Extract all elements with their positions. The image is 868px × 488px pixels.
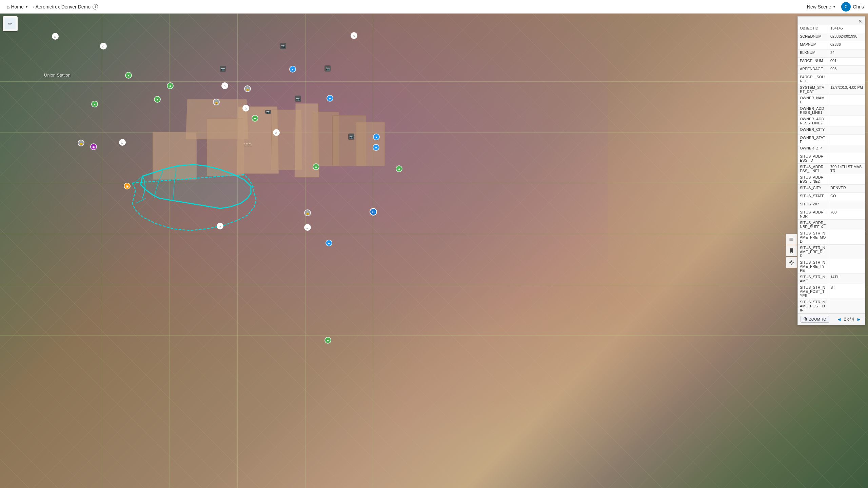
map-marker[interactable]: 🔒: [213, 99, 220, 105]
attr-key: OWNER_ZIP: [798, 145, 828, 153]
table-row: APPENDAGE 998: [798, 66, 865, 74]
camera-marker[interactable]: 📷: [220, 66, 226, 72]
attr-value: ST: [828, 284, 865, 299]
attr-key: SITUS_STR_NAME_POST_TYPE: [798, 284, 828, 299]
attr-value: [828, 135, 865, 145]
table-row: OWNER_CITY: [798, 126, 865, 135]
settings-icon-button[interactable]: [786, 257, 797, 268]
scene-info-icon[interactable]: ℹ: [93, 4, 98, 9]
attr-key: SCHEDNUM: [798, 33, 828, 41]
map-marker[interactable]: ⌂: [304, 224, 311, 231]
attr-value: [828, 259, 865, 273]
new-scene-button[interactable]: New Scene ▼: [807, 4, 836, 9]
attr-value: [828, 116, 865, 126]
next-page-button[interactable]: ►: [855, 316, 862, 323]
building-block: [153, 132, 197, 180]
attr-key: SITUS_ADDRESS_LINE1: [798, 164, 828, 174]
attributes-panel: ✕ OBJECTID 134145 SCHEDNUM 0233624001998…: [797, 16, 865, 325]
table-row: SITUS_ADDR_NBR 700: [798, 209, 865, 220]
home-label: Home: [11, 4, 23, 9]
attributes-table: OBJECTID 134145 SCHEDNUM 0233624001998 M…: [798, 25, 865, 313]
bookmark-icon-button[interactable]: [786, 245, 797, 256]
attr-value: [828, 174, 865, 184]
map-marker[interactable]: ●: [373, 144, 379, 151]
table-row: OWNER_ZIP: [798, 145, 865, 153]
map-marker[interactable]: ●: [373, 134, 380, 140]
home-dropdown-icon: ▼: [25, 5, 28, 8]
table-row: OWNER_ADDRESS_LINE2: [798, 116, 865, 126]
table-row: SYSTEM_START_DAT 12/7/2010, 4:00 PM: [798, 84, 865, 95]
edit-tool-button[interactable]: ✏: [5, 18, 16, 29]
new-scene-dropdown-icon: ▼: [832, 5, 836, 8]
user-avatar: C: [841, 2, 851, 12]
svg-rect-6: [789, 239, 793, 240]
attr-key: OWNER_ADDRESS_LINE2: [798, 116, 828, 126]
camera-marker[interactable]: 📷: [265, 110, 271, 114]
map-marker[interactable]: ◉: [90, 143, 97, 150]
table-row: SITUS_STR_NAME_POST_TYPE ST: [798, 284, 865, 299]
new-scene-label: New Scene: [807, 4, 831, 9]
attr-key: OBJECTID: [798, 25, 828, 33]
map-marker[interactable]: ●: [154, 96, 161, 103]
zoom-to-label: ZOOM TO: [809, 317, 826, 321]
table-row: SITUS_STR_NAME_PRE_TYPE: [798, 259, 865, 274]
prev-page-button[interactable]: ◄: [836, 316, 843, 323]
attr-value: [828, 74, 865, 84]
map-marker[interactable]: ●: [396, 165, 402, 172]
user-menu-button[interactable]: C Chris: [841, 2, 864, 12]
map-marker[interactable]: ⌂: [273, 129, 280, 136]
map-marker[interactable]: ●: [289, 66, 296, 73]
map-marker[interactable]: ●: [167, 82, 174, 89]
map-marker[interactable]: ●: [313, 163, 319, 170]
attr-key: SITUS_ADDR_NBR_SUFFIX: [798, 220, 828, 230]
attr-value: [828, 245, 865, 259]
map-marker[interactable]: ◉: [124, 183, 131, 189]
attr-key: PARCEL_SOURCE: [798, 74, 828, 84]
table-row: SITUS_STR_NAME_POST_DIR: [798, 299, 865, 313]
map-marker[interactable]: ●: [91, 101, 98, 107]
location-marker[interactable]: ⊙: [370, 208, 377, 216]
attr-value: [828, 201, 865, 209]
camera-marker[interactable]: 📷: [324, 65, 331, 72]
home-button[interactable]: ⌂ Home ▼: [4, 3, 31, 11]
attr-value: 12/7/2010, 4:00 PM: [828, 84, 865, 95]
map-marker[interactable]: ⌂: [100, 43, 107, 49]
table-row: SITUS_ADDRESS_LINE2: [798, 174, 865, 185]
camera-marker[interactable]: 📷: [295, 96, 301, 102]
layers-icon-button[interactable]: [786, 234, 797, 245]
camera-marker[interactable]: 📷: [348, 134, 354, 140]
attr-key: SYSTEM_START_DAT: [798, 84, 828, 95]
attr-value: 134145: [828, 25, 865, 33]
attr-value: 24: [828, 49, 865, 57]
map-marker[interactable]: ⌂: [119, 139, 126, 146]
map-marker[interactable]: ●: [326, 240, 332, 246]
close-panel-button[interactable]: ✕: [857, 18, 864, 25]
attr-value: 02336: [828, 41, 865, 49]
camera-marker[interactable]: 📷: [280, 43, 286, 49]
table-row: SCHEDNUM 0233624001998: [798, 33, 865, 41]
map-marker[interactable]: ●: [324, 337, 331, 344]
map-marker[interactable]: ⌂: [242, 105, 249, 111]
table-row: SITUS_ADDRESS_LINE1 700 14TH ST MAS TR: [798, 164, 865, 174]
topbar-right: New Scene ▼ C Chris: [807, 2, 864, 12]
page-indicator: 2 of 4: [844, 317, 854, 322]
map-marker[interactable]: ⌂: [217, 223, 223, 229]
map-marker[interactable]: ●: [327, 95, 333, 102]
attr-value: [828, 95, 865, 105]
map-marker[interactable]: 🔒: [244, 85, 251, 92]
map-container[interactable]: Union Station CBD ⌂ ⌂ ⌂ ⌂ ⌂ ⌂ ⌂ ⌂ ⌂ ● ● …: [0, 14, 868, 488]
attr-value: 14TH: [828, 274, 865, 284]
scene-title-container: Aerometrex Denver Demo ℹ: [35, 4, 98, 9]
map-marker[interactable]: 🔒: [78, 140, 84, 146]
map-marker[interactable]: ⌂: [351, 32, 357, 39]
map-marker[interactable]: ●: [125, 72, 132, 79]
map-marker[interactable]: ⌂: [221, 82, 228, 89]
scene-title-text: Aerometrex Denver Demo: [35, 4, 91, 9]
map-marker[interactable]: ⌂: [52, 33, 59, 40]
city-grid-overlay: [0, 14, 868, 488]
zoom-to-button[interactable]: ZOOM TO: [801, 316, 829, 323]
nav-separator: ›: [33, 4, 34, 9]
panel-footer: ZOOM TO ◄ 2 of 4 ►: [798, 313, 865, 325]
map-marker[interactable]: 🔒: [304, 209, 311, 216]
map-marker[interactable]: ●: [252, 115, 258, 122]
